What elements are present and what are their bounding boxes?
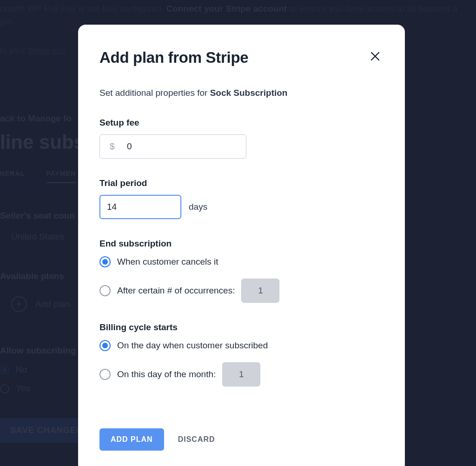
modal-subtitle: Set additional properties for Sock Subsc…: [99, 88, 383, 98]
billing-cycle-label: Billing cycle starts: [99, 322, 383, 333]
product-name: Sock Subscription: [210, 88, 288, 98]
trial-period-group: Trial period days: [99, 178, 383, 219]
setup-fee-input[interactable]: [99, 134, 246, 159]
occurrences-input[interactable]: [241, 279, 279, 303]
modal-title: Add plan from Stripe: [99, 49, 248, 67]
end-sub-radio-occurrences[interactable]: [99, 285, 111, 296]
add-plan-button[interactable]: ADD PLAN: [99, 428, 164, 451]
billing-opt-subscribed[interactable]: On the day when customer subscribed: [117, 340, 268, 351]
setup-fee-label: Setup fee: [99, 118, 383, 128]
end-subscription-label: End subscription: [99, 239, 383, 249]
billing-radio-day[interactable]: [99, 369, 111, 380]
modal-action-row: ADD PLAN DISCARD: [99, 428, 383, 451]
discard-button[interactable]: DISCARD: [175, 428, 218, 451]
setup-fee-group: Setup fee $: [99, 118, 383, 159]
close-button[interactable]: [367, 48, 383, 65]
billing-opt-day[interactable]: On this day of the month:: [117, 369, 216, 379]
add-plan-modal: Add plan from Stripe Set additional prop…: [78, 25, 405, 466]
trial-period-label: Trial period: [99, 178, 383, 188]
close-icon: [370, 51, 381, 62]
trial-period-suffix: days: [189, 202, 207, 212]
billing-day-input[interactable]: [222, 362, 260, 386]
billing-radio-subscribed[interactable]: [99, 340, 111, 351]
end-sub-opt-occurrences[interactable]: After certain # of occurrences:: [117, 286, 235, 296]
end-subscription-group: End subscription When customer cancels i…: [99, 239, 383, 303]
currency-symbol: $: [110, 141, 115, 152]
modal-subtitle-prefix: Set additional properties for: [99, 88, 210, 98]
billing-cycle-group: Billing cycle starts On the day when cus…: [99, 322, 383, 386]
end-sub-radio-cancel[interactable]: [99, 256, 111, 267]
trial-period-input[interactable]: [99, 195, 181, 219]
end-sub-opt-cancel[interactable]: When customer cancels it: [117, 257, 218, 267]
